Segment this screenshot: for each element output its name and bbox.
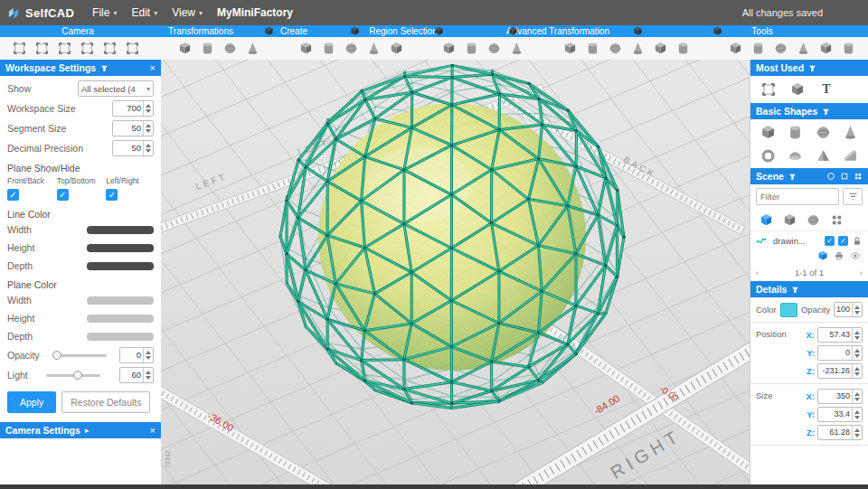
menu-view[interactable]: View ▾ [165,0,210,25]
loft-tool-icon[interactable] [605,39,626,58]
text-3d-tool-icon[interactable] [363,39,384,58]
bevel-tool-icon[interactable] [650,39,671,58]
filter-input[interactable] [756,188,839,205]
face-select-icon[interactable] [439,39,459,58]
myminifactory-link[interactable]: MyMiniFactory [217,6,293,19]
stepper-arrows[interactable] [852,408,862,421]
decimal-precision-input[interactable]: 50 [112,140,154,156]
position-z-input[interactable]: -231.26 [817,363,863,379]
camera-config-icon[interactable] [122,39,143,58]
size-z-input[interactable]: 61.28 [817,425,863,440]
snap-tool-icon[interactable] [758,80,779,99]
scene-header[interactable]: Scene [750,168,868,184]
extrude-tool-icon[interactable] [560,39,580,58]
sphere-primitive-icon[interactable] [318,39,339,58]
image-to-3d-icon[interactable] [386,39,407,58]
view-group-icon[interactable] [803,211,823,229]
left-right-checkbox[interactable]: ✓ [106,189,118,201]
revolve-tool-icon[interactable] [582,39,603,58]
stepper-arrows[interactable] [143,121,153,136]
show-select[interactable]: All selected (4 ▾ [78,80,154,97]
slider-thumb[interactable] [52,351,61,360]
slice-tool-icon[interactable] [838,39,859,58]
stepper-arrows[interactable] [852,328,862,342]
plane-width-color-bar[interactable] [87,296,154,305]
shape-tool-icon[interactable] [787,80,808,99]
close-icon[interactable]: × [150,62,156,73]
item-visible-checkbox[interactable]: ✓ [838,236,848,246]
slider-thumb[interactable] [73,371,82,380]
torus-shape-icon[interactable] [754,145,782,166]
right-view-icon[interactable] [77,39,98,58]
box-select-icon[interactable] [840,172,849,181]
stepper-arrows[interactable] [143,348,153,362]
segment-size-input[interactable]: 50 [112,120,154,136]
apply-button[interactable]: Apply [7,391,56,413]
magic-fix-tool-icon[interactable] [770,39,791,58]
scale-tool-icon[interactable] [220,39,241,58]
view-wireframe-icon[interactable] [779,211,799,229]
eye-icon[interactable] [850,250,861,261]
sweep-tool-icon[interactable] [627,39,648,58]
menu-file[interactable]: File ▾ [85,0,124,25]
front-back-checkbox[interactable]: ✓ [7,189,19,201]
cube-shape-icon[interactable] [754,121,782,143]
circle-select-icon[interactable] [826,172,835,181]
stitch-scoop-tool-icon[interactable] [725,39,746,58]
stepper-arrows[interactable] [143,101,153,116]
grid-view-icon[interactable] [854,172,863,181]
lock-icon[interactable] [852,236,863,247]
camera-settings-header[interactable]: Camera Settings ▸ × [0,422,161,438]
rotate-tool-icon[interactable] [197,39,218,58]
page-prev-icon[interactable]: ‹ [754,268,760,277]
filter-options-button[interactable] [843,188,863,205]
measure-tool-icon[interactable] [793,39,814,58]
front-view-icon[interactable] [32,39,52,58]
category-transformations[interactable]: Transformations [168,25,233,37]
line-width-color-bar[interactable] [87,226,154,234]
viewport-3d[interactable]: LEFT LEFT BACK RIGHT -36.00 -84.00 -0.00… [161,60,750,484]
page-next-icon[interactable]: › [858,268,864,277]
most-used-header[interactable]: Most Used [750,60,868,76]
pyramid-shape-icon[interactable] [809,145,837,166]
size-y-input[interactable]: 33.4 [817,407,863,422]
scene-item-name[interactable]: drawin... [773,236,821,246]
line-depth-color-bar[interactable] [87,262,154,270]
item-mesh-icon[interactable] [817,250,828,261]
fit-view-icon[interactable] [9,39,30,58]
plane-depth-color-bar[interactable] [87,333,154,341]
stepper-arrows[interactable] [852,364,862,378]
edge-select-icon[interactable] [461,39,482,58]
category-tools[interactable]: Tools [751,25,772,37]
category-create[interactable]: Create [280,25,307,37]
opacity-slider[interactable] [52,349,107,362]
cone-shape-icon[interactable] [837,121,865,143]
hemisphere-shape-icon[interactable] [782,145,810,166]
top-bottom-checkbox[interactable]: ✓ [57,189,69,201]
print-icon[interactable] [834,250,844,261]
selfcad-logo[interactable]: SelfCAD [7,6,74,20]
workspace-size-input[interactable]: 700 [112,100,154,117]
move-tool-icon[interactable] [175,39,195,58]
position-x-input[interactable]: 57.43 [817,327,863,343]
position-y-input[interactable]: 0 [817,345,863,361]
lasso-select-icon[interactable] [506,39,527,58]
object-opacity-input[interactable]: 100 [834,302,863,317]
stepper-arrows[interactable] [143,141,153,155]
simplify-tool-icon[interactable] [748,39,769,58]
scene-item-row[interactable]: drawin... ✓ ✓ [750,230,868,264]
color-swatch[interactable] [780,303,797,317]
close-icon[interactable]: × [150,425,156,436]
mirror-tool-icon[interactable] [242,39,263,58]
light-input[interactable]: 60 [119,367,154,383]
isometric-view-icon[interactable] [99,39,120,58]
view-solid-icon[interactable] [756,211,776,229]
stepper-arrows[interactable] [143,368,153,382]
twist-tool-icon[interactable] [673,39,693,58]
sphere-shape-icon[interactable] [809,121,837,143]
plane-height-color-bar[interactable] [87,315,154,323]
top-view-icon[interactable] [54,39,75,58]
view-list-icon[interactable] [826,211,846,229]
sketch-tool-icon[interactable] [341,39,362,58]
workspace-settings-header[interactable]: Workspace Settings × [0,60,161,76]
